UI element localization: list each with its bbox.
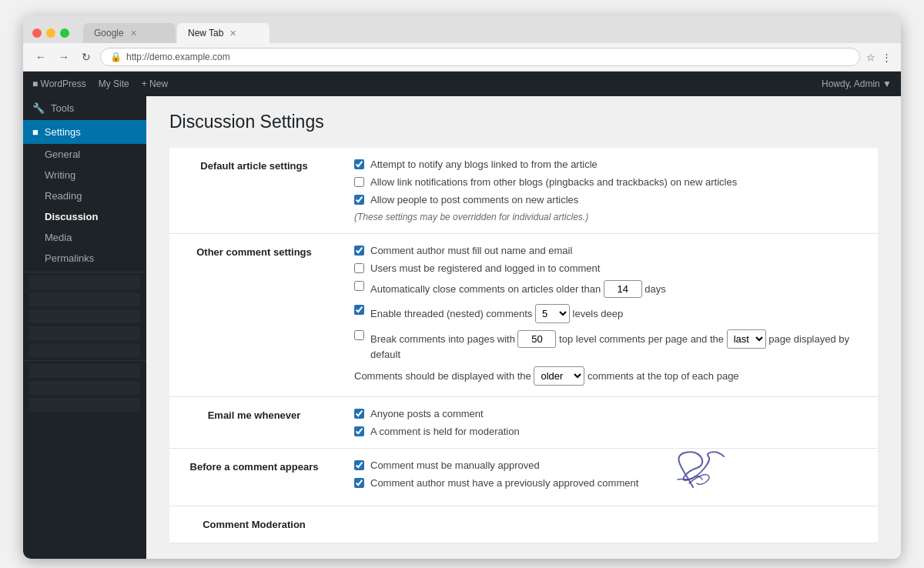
settings-icon: ■ bbox=[32, 126, 38, 138]
sidebar: 🔧 Tools ■ Settings General Writing Readi… bbox=[23, 96, 146, 559]
sidebar-sub-general[interactable]: General bbox=[23, 144, 146, 165]
label-comment-moderation: Comment Moderation bbox=[169, 506, 339, 543]
checkbox-auto-close: Automatically close comments on articles… bbox=[354, 280, 862, 298]
settings-table: Default article settings Attempt to noti… bbox=[169, 148, 878, 543]
tab-newtab[interactable]: New Tab ✕ bbox=[177, 23, 270, 43]
sidebar-item-tools[interactable]: 🔧 Tools bbox=[23, 96, 146, 120]
checkbox-anyone-posts-label: Anyone posts a comment bbox=[370, 408, 484, 419]
content-comment-moderation bbox=[339, 506, 878, 543]
content-default-article: Attempt to notify any blogs linked to fr… bbox=[339, 148, 878, 234]
label-default-article: Default article settings bbox=[169, 148, 339, 234]
wrench-icon: 🔧 bbox=[32, 102, 45, 114]
adminbar-wp[interactable]: ■ WordPress bbox=[32, 79, 86, 89]
sidebar-divider bbox=[23, 272, 146, 272]
checkbox-held-moderation-label: A comment is held for moderation bbox=[370, 426, 520, 437]
back-button[interactable]: ← bbox=[32, 49, 49, 65]
checkbox-manually-approved-input[interactable] bbox=[354, 460, 364, 470]
sidebar-sub-discussion[interactable]: Discussion bbox=[23, 206, 146, 227]
sidebar-item-settings[interactable]: ■ Settings bbox=[23, 120, 146, 144]
wp-admin-bar: ■ WordPress My Site + New Howdy, Admin ▼ bbox=[23, 72, 901, 96]
adminbar-new[interactable]: + New bbox=[142, 79, 168, 89]
checkbox-allow-comments-input[interactable] bbox=[354, 195, 364, 205]
adminbar-site[interactable]: My Site bbox=[99, 79, 129, 89]
tab-close-google[interactable]: ✕ bbox=[130, 28, 137, 38]
checkbox-author-name-email-label: Comment author must fill out name and em… bbox=[370, 245, 572, 256]
label-other-comment: Other comment settings bbox=[169, 234, 339, 397]
checkbox-auto-close-label: Automatically close comments on articles… bbox=[370, 280, 666, 298]
address-text: http://demo.example.com bbox=[126, 52, 230, 62]
section-other-comment: Other comment settings Comment author mu… bbox=[169, 234, 878, 397]
sidebar-divider-2 bbox=[23, 360, 146, 361]
sidebar-sub-writing[interactable]: Writing bbox=[23, 165, 146, 185]
checkbox-held-moderation-input[interactable] bbox=[354, 426, 364, 436]
checkbox-auto-close-input[interactable] bbox=[354, 281, 364, 291]
bookmark-icon[interactable]: ☆ bbox=[866, 52, 875, 63]
checkbox-previously-approved-label: Comment author must have a previously ap… bbox=[370, 477, 638, 489]
address-bar[interactable]: 🔒 http://demo.example.com bbox=[100, 48, 860, 66]
content-area: Discussion Settings Default article sett… bbox=[146, 96, 901, 559]
section-email-whenever: Email me whenever Anyone posts a comment… bbox=[169, 397, 878, 449]
checkbox-author-name-email-input[interactable] bbox=[354, 246, 364, 256]
label-before-comment: Before a comment appears bbox=[169, 449, 339, 506]
checkbox-pingbacks: Allow link notifications from other blog… bbox=[354, 176, 862, 188]
tabs-bar: Google ✕ New Tab ✕ bbox=[83, 23, 270, 43]
checkbox-registered-users-input[interactable] bbox=[354, 263, 364, 273]
sidebar-sub-media[interactable]: Media bbox=[23, 227, 146, 248]
checkbox-registered-users-label: Users must be registered and logged in t… bbox=[370, 262, 600, 274]
sidebar-blurred-1 bbox=[29, 276, 140, 289]
sidebar-sub-reading[interactable]: Reading bbox=[23, 185, 146, 206]
sidebar-blurred-3 bbox=[29, 309, 140, 323]
content-other-comment: Comment author must fill out name and em… bbox=[339, 234, 878, 397]
checkbox-break-pages-input[interactable] bbox=[354, 330, 364, 340]
checkbox-threaded-input[interactable] bbox=[354, 305, 364, 315]
auto-close-days-input[interactable] bbox=[604, 280, 642, 298]
page-title: Discussion Settings bbox=[169, 112, 878, 132]
content-before-comment: Comment must be manually approved Commen… bbox=[339, 449, 878, 506]
checkbox-previously-approved: Comment author must have a previously ap… bbox=[354, 477, 862, 489]
browser-toolbar: ← → ↻ 🔒 http://demo.example.com ☆ ⋮ bbox=[23, 43, 901, 72]
checkbox-allow-comments-label: Allow people to post comments on new art… bbox=[370, 194, 578, 205]
display-order-row: Comments should be displayed with the ol… bbox=[354, 366, 862, 386]
browser-titlebar: Google ✕ New Tab ✕ bbox=[23, 15, 901, 43]
section-default-article: Default article settings Attempt to noti… bbox=[169, 148, 878, 234]
display-order-select[interactable]: oldernewer bbox=[534, 366, 584, 386]
tab-close-newtab[interactable]: ✕ bbox=[229, 28, 236, 38]
sidebar-blurred-5 bbox=[29, 343, 140, 357]
maximize-button[interactable] bbox=[60, 28, 69, 38]
reload-button[interactable]: ↻ bbox=[79, 49, 94, 65]
sidebar-sub-permalinks[interactable]: Permalinks bbox=[23, 248, 146, 269]
checkbox-pingbacks-input[interactable] bbox=[354, 177, 364, 187]
checkbox-author-name-email: Comment author must fill out name and em… bbox=[354, 245, 862, 256]
checkbox-allow-comments: Allow people to post comments on new art… bbox=[354, 194, 862, 205]
section-comment-moderation: Comment Moderation bbox=[169, 506, 878, 543]
sidebar-tools-label: Tools bbox=[51, 102, 74, 114]
menu-icon[interactable]: ⋮ bbox=[882, 52, 892, 63]
sidebar-blurred-2 bbox=[29, 292, 140, 306]
checkbox-previously-approved-input[interactable] bbox=[354, 478, 364, 488]
checkbox-threaded: Enable threaded (nested) comments 12345 … bbox=[354, 304, 862, 323]
section-before-comment: Before a comment appears Comment must be… bbox=[169, 449, 878, 506]
threaded-level-select[interactable]: 12345 678910 bbox=[535, 304, 570, 323]
tab-label: Google bbox=[94, 28, 124, 38]
comments-per-page-input[interactable] bbox=[517, 330, 556, 348]
checkbox-notify-blogs-input[interactable] bbox=[354, 159, 364, 169]
browser-controls bbox=[32, 28, 69, 38]
sidebar-blurred-8 bbox=[29, 398, 140, 412]
sidebar-blurred-6 bbox=[29, 364, 140, 378]
minimize-button[interactable] bbox=[46, 28, 55, 38]
sidebar-settings-label: Settings bbox=[45, 126, 81, 138]
checkbox-held-moderation: A comment is held for moderation bbox=[354, 426, 862, 437]
checkbox-registered-users: Users must be registered and logged in t… bbox=[354, 262, 862, 274]
close-button[interactable] bbox=[32, 28, 42, 38]
page-order-select[interactable]: firstlast bbox=[727, 329, 766, 349]
checkbox-anyone-posts-input[interactable] bbox=[354, 409, 364, 419]
lock-icon: 🔒 bbox=[110, 52, 122, 62]
label-email-whenever: Email me whenever bbox=[169, 397, 339, 449]
checkbox-threaded-label: Enable threaded (nested) comments 12345 … bbox=[370, 304, 623, 323]
checkbox-break-pages-label: Break comments into pages with top level… bbox=[370, 329, 862, 360]
sidebar-blurred-7 bbox=[29, 381, 140, 395]
adminbar-account[interactable]: Howdy, Admin ▼ bbox=[822, 79, 892, 89]
tab-google[interactable]: Google ✕ bbox=[83, 23, 176, 43]
forward-button[interactable]: → bbox=[55, 49, 72, 65]
checkbox-notify-blogs-label: Attempt to notify any blogs linked to fr… bbox=[370, 159, 598, 170]
